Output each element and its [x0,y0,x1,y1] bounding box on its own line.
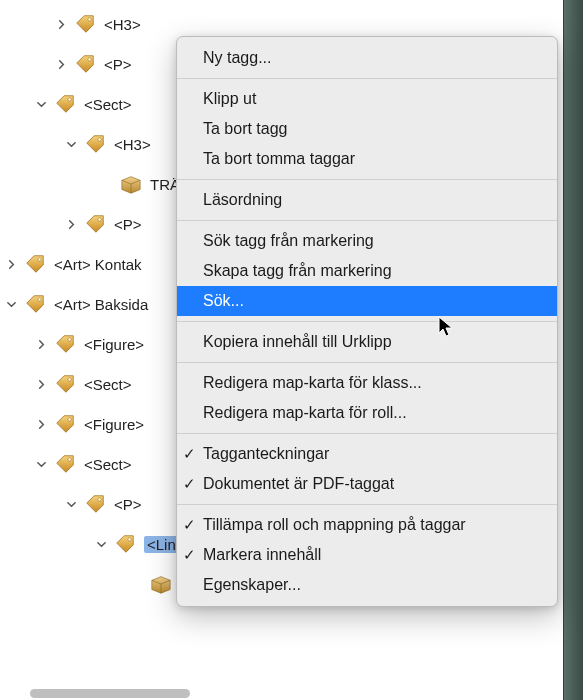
menu-item-label: Egenskaper... [203,576,301,594]
svg-point-12 [128,538,131,541]
menu-item-label: Sök tagg från markering [203,232,374,250]
tree-row-label: <P> [114,496,142,513]
menu-item[interactable]: Sök... [177,286,557,316]
check-icon: ✓ [183,445,196,463]
tree-row-label: <Figure> [84,416,144,433]
tag-icon [84,493,106,515]
svg-point-10 [68,458,71,461]
menu-item[interactable]: Ta bort tomma taggar [177,144,557,174]
tree-row-label: <P> [104,56,132,73]
menu-item-label: Klipp ut [203,90,256,108]
tree-row-label: <Lin [144,536,179,553]
tree-row-label: <Art> Baksida [54,296,148,313]
menu-separator [177,179,557,180]
menu-item[interactable]: Redigera map-karta för roll... [177,398,557,428]
chevron-down-icon[interactable] [4,297,18,311]
check-icon: ✓ [183,516,196,534]
menu-separator [177,220,557,221]
tag-icon [54,373,76,395]
menu-item[interactable]: Sök tagg från markering [177,226,557,256]
svg-point-11 [98,498,101,501]
menu-separator [177,78,557,79]
check-icon: ✓ [183,546,196,564]
menu-item-label: Tagganteckningar [203,445,329,463]
menu-item[interactable]: Skapa tagg från markering [177,256,557,286]
menu-item[interactable]: Egenskaper... [177,570,557,600]
menu-item[interactable]: ✓Tagganteckningar [177,439,557,469]
content-box-icon [120,173,142,195]
tree-row-label: <H3> [114,136,151,153]
chevron-down-icon[interactable] [34,457,48,471]
tree-row-label: <Figure> [84,336,144,353]
menu-item-label: Skapa tagg från markering [203,262,392,280]
svg-point-7 [68,338,71,341]
tag-icon [54,453,76,475]
menu-item[interactable]: Redigera map-karta för klass... [177,368,557,398]
menu-item[interactable]: ✓Tillämpa roll och mappning på taggar [177,510,557,540]
tag-icon [54,333,76,355]
tag-icon [24,293,46,315]
tag-icon [84,213,106,235]
menu-item[interactable]: Ny tagg... [177,43,557,73]
svg-point-6 [38,298,41,301]
chevron-right-icon[interactable] [34,377,48,391]
svg-point-1 [88,58,91,61]
svg-point-4 [98,218,101,221]
tree-row-label: <Art> Kontak [54,256,142,273]
menu-item[interactable]: Klipp ut [177,84,557,114]
svg-point-2 [68,98,71,101]
menu-item-label: Markera innehåll [203,546,321,564]
menu-item[interactable]: Läsordning [177,185,557,215]
tree-row-label: <Sect> [84,96,132,113]
menu-item[interactable]: ✓Dokumentet är PDF-taggat [177,469,557,499]
menu-separator [177,362,557,363]
menu-item[interactable]: Ta bort tagg [177,114,557,144]
menu-item-label: Dokumentet är PDF-taggat [203,475,394,493]
tag-icon [74,13,96,35]
tag-icon [54,413,76,435]
chevron-down-icon[interactable] [64,497,78,511]
menu-separator [177,433,557,434]
chevron-down-icon[interactable] [34,97,48,111]
chevron-right-icon[interactable] [4,257,18,271]
h-scroll-thumb[interactable] [30,689,190,698]
svg-point-3 [98,138,101,141]
check-icon: ✓ [183,475,196,493]
content-box-icon [150,573,172,595]
menu-item-label: Ny tagg... [203,49,271,67]
menu-item[interactable]: Kopiera innehåll till Urklipp [177,327,557,357]
tree-row-label: <Sect> [84,376,132,393]
chevron-right-icon[interactable] [54,17,68,31]
menu-item-label: Kopiera innehåll till Urklipp [203,333,392,351]
tag-icon [74,53,96,75]
context-menu: Ny tagg...Klipp utTa bort taggTa bort to… [176,36,558,607]
tree-row-label: <Sect> [84,456,132,473]
svg-point-9 [68,418,71,421]
svg-point-8 [68,378,71,381]
tag-icon [114,533,136,555]
menu-item-label: Läsordning [203,191,282,209]
chevron-down-icon[interactable] [64,137,78,151]
menu-separator [177,504,557,505]
tag-icon [54,93,76,115]
chevron-down-icon[interactable] [94,537,108,551]
document-preview-edge [563,0,583,700]
tag-icon [24,253,46,275]
menu-item[interactable]: ✓Markera innehåll [177,540,557,570]
menu-item-label: Sök... [203,292,244,310]
menu-item-label: Redigera map-karta för klass... [203,374,422,392]
chevron-right-icon[interactable] [34,417,48,431]
menu-separator [177,321,557,322]
chevron-right-icon[interactable] [34,337,48,351]
svg-point-5 [38,258,41,261]
menu-item-label: Redigera map-karta för roll... [203,404,407,422]
tag-icon [84,133,106,155]
menu-item-label: Ta bort tagg [203,120,288,138]
tree-row-label: <H3> [104,16,141,33]
tree-row-label: <P> [114,216,142,233]
menu-item-label: Ta bort tomma taggar [203,150,355,168]
svg-point-0 [88,18,91,21]
menu-item-label: Tillämpa roll och mappning på taggar [203,516,466,534]
chevron-right-icon[interactable] [64,217,78,231]
chevron-right-icon[interactable] [54,57,68,71]
